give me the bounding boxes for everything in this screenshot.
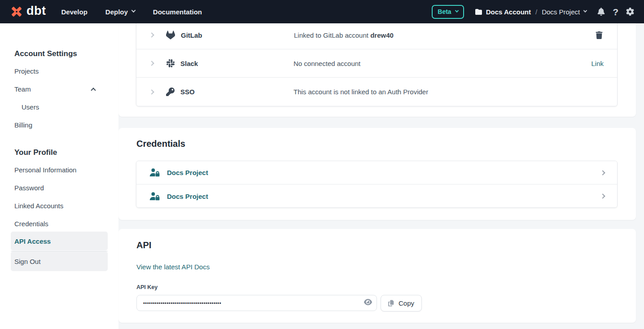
- copy-button-label: Copy: [399, 299, 414, 307]
- linked-account-row-slack: Slack No connected account Link: [136, 49, 617, 78]
- api-docs-link[interactable]: View the latest API Docs: [136, 263, 210, 271]
- sidebar-item-users[interactable]: Users: [22, 103, 39, 111]
- linked-account-name: GitLab: [181, 31, 294, 39]
- api-key-input[interactable]: [136, 295, 377, 311]
- chevron-right-icon[interactable]: [149, 32, 154, 37]
- folder-icon: [475, 9, 482, 15]
- linked-accounts-list: GitLab Linked to GitLab account drew40 S…: [136, 21, 618, 106]
- nav-links: Develop Deploy Documentation: [61, 8, 202, 16]
- credentials-title: Credentials: [136, 139, 185, 149]
- beta-label: Beta: [438, 8, 451, 15]
- credential-project-label: Docs Project: [167, 169, 208, 176]
- linked-account-row-gitlab: GitLab Linked to GitLab account drew40: [136, 21, 617, 49]
- help-icon: ?: [613, 7, 618, 17]
- sidebar-item-sign-out[interactable]: Sign Out: [11, 251, 108, 271]
- api-key-label: API Key: [136, 284, 158, 290]
- breadcrumb-separator: /: [534, 8, 538, 16]
- slack-icon: [166, 59, 175, 67]
- beta-dropdown[interactable]: Beta: [432, 5, 464, 19]
- sidebar-heading-account-settings: Account Settings: [14, 49, 77, 58]
- link-slack-button[interactable]: Link: [591, 60, 604, 67]
- sidebar-item-projects[interactable]: Projects: [14, 67, 39, 75]
- api-title: API: [136, 240, 151, 250]
- navbar-right: Beta Docs Account / Docs Project: [432, 5, 634, 19]
- sidebar-item-personal-information[interactable]: Personal Information: [14, 166, 76, 174]
- settings-button[interactable]: [626, 8, 634, 16]
- eye-icon: [364, 299, 372, 306]
- settings-sidebar: Account Settings Projects Team Users Bil…: [0, 23, 118, 329]
- linked-account-row-sso: SSO This account is not linked to an Aut…: [136, 78, 617, 106]
- navbar-icons: ?: [597, 7, 634, 17]
- sidebar-item-team[interactable]: Team: [14, 85, 104, 93]
- linked-account-status: No connected account: [294, 60, 591, 67]
- sidebar-item-api-access[interactable]: API Access: [11, 232, 108, 250]
- bell-icon: [597, 8, 605, 16]
- reveal-api-key-button[interactable]: [364, 299, 372, 307]
- chevron-right-icon[interactable]: [149, 89, 154, 94]
- user-lock-icon: [149, 192, 161, 201]
- breadcrumb: Docs Account / Docs Project: [475, 8, 587, 16]
- linked-account-status: Linked to GitLab account drew40: [294, 31, 595, 39]
- key-icon: [166, 88, 175, 96]
- help-button[interactable]: ?: [613, 7, 618, 17]
- dbt-logo-text: dbt: [26, 5, 46, 19]
- linked-account-status: This account is not linked to an Auth Pr…: [294, 88, 604, 96]
- linked-account-name: Slack: [180, 60, 294, 67]
- chevron-right-icon: [600, 170, 605, 175]
- notifications-button[interactable]: [597, 8, 605, 16]
- api-key-field-wrap: [136, 295, 377, 311]
- chevron-right-icon[interactable]: [149, 61, 154, 66]
- trash-icon: [596, 31, 603, 39]
- breadcrumb-account[interactable]: Docs Account: [486, 8, 531, 16]
- credential-row[interactable]: Docs Project: [136, 184, 617, 208]
- chevron-down-icon: [131, 8, 136, 13]
- linked-account-name: SSO: [180, 88, 294, 96]
- copy-icon: [388, 300, 394, 307]
- sidebar-item-password[interactable]: Password: [14, 184, 44, 192]
- chevron-down-icon: [583, 9, 587, 12]
- dbt-logo-icon: [10, 5, 23, 18]
- gear-icon: [626, 8, 634, 16]
- gitlab-icon: [166, 31, 175, 39]
- nav-item-deploy[interactable]: Deploy: [105, 8, 135, 16]
- nav-item-develop[interactable]: Develop: [61, 8, 87, 16]
- top-navbar: dbt Develop Deploy Documentation Beta Do…: [0, 0, 644, 23]
- credentials-list: Docs Project Docs Project: [136, 161, 618, 208]
- unlink-gitlab-button[interactable]: [595, 31, 604, 40]
- nav-item-documentation[interactable]: Documentation: [153, 8, 202, 16]
- chevron-up-icon: [91, 88, 96, 92]
- chevron-down-icon: [455, 9, 458, 12]
- sidebar-item-billing[interactable]: Billing: [14, 121, 32, 129]
- dbt-cloud-app: dbt Develop Deploy Documentation Beta Do…: [0, 0, 644, 329]
- sidebar-heading-your-profile: Your Profile: [14, 148, 57, 157]
- copy-api-key-button[interactable]: Copy: [381, 295, 422, 311]
- breadcrumb-project-dropdown[interactable]: Docs Project: [542, 8, 587, 16]
- credential-project-label: Docs Project: [167, 193, 208, 200]
- sidebar-item-credentials[interactable]: Credentials: [14, 220, 48, 228]
- chevron-right-icon: [600, 193, 605, 198]
- credential-row[interactable]: Docs Project: [136, 161, 617, 184]
- sidebar-item-linked-accounts[interactable]: Linked Accounts: [14, 202, 63, 210]
- dbt-logo[interactable]: dbt: [10, 5, 46, 19]
- user-lock-icon: [149, 168, 161, 177]
